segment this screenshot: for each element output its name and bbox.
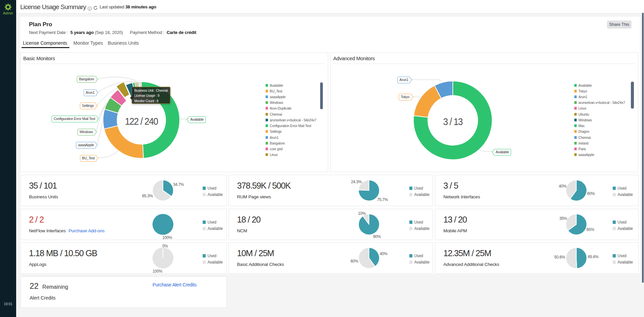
svg-text:49.4%: 49.4% [588, 254, 599, 259]
svg-text:65%: 65% [586, 227, 595, 232]
svg-text:24.3%: 24.3% [351, 180, 362, 184]
svg-text:35%: 35% [560, 216, 568, 221]
svg-text:100%: 100% [152, 269, 163, 274]
svg-text:0%: 0% [162, 244, 168, 248]
svg-text:60%: 60% [350, 259, 359, 264]
svg-text:60%: 60% [587, 191, 595, 196]
svg-text:40%: 40% [380, 251, 388, 256]
svg-text:75.7%: 75.7% [377, 197, 388, 202]
svg-text:65.3%: 65.3% [142, 194, 153, 198]
svg-text:34.7%: 34.7% [173, 182, 184, 187]
svg-text:50.6%: 50.6% [554, 255, 565, 260]
svg-text:90%: 90% [373, 234, 381, 239]
svg-text:100%: 100% [162, 235, 172, 240]
svg-text:10%: 10% [358, 211, 366, 216]
svg-text:40%: 40% [559, 184, 567, 189]
